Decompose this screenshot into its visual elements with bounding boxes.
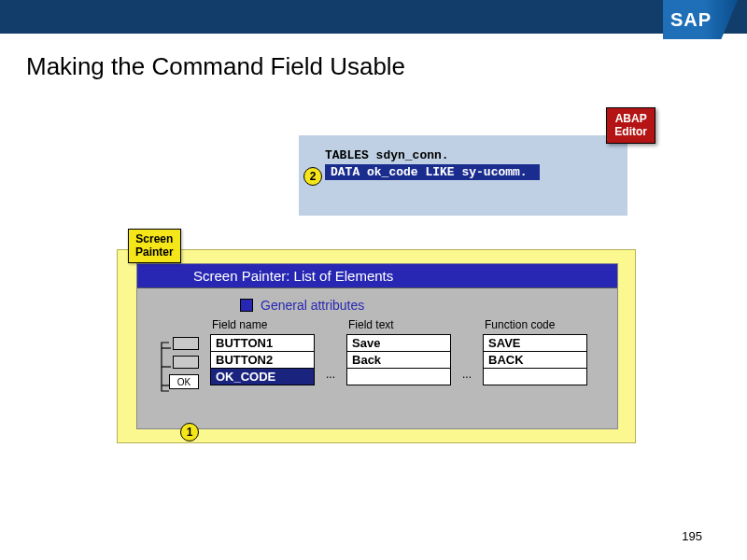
- element-list-columns: OK Field name BUTTON1 BUTTON2 OK_CODE ..…: [156, 318, 617, 385]
- row-marker-column: OK: [156, 335, 201, 385]
- general-attributes-icon: [240, 299, 253, 312]
- function-code-cell[interactable]: [483, 368, 587, 385]
- field-text-column: Field text Save Back: [346, 318, 451, 385]
- ellipsis: ...: [326, 368, 335, 381]
- field-name-header: Field name: [210, 318, 315, 331]
- sap-logo: SAP: [663, 0, 738, 39]
- abap-code-box: TABLES sdyn_conn. DATA ok_code LIKE sy-u…: [299, 135, 627, 216]
- field-text-cell[interactable]: Back: [346, 351, 451, 369]
- field-name-cell[interactable]: BUTTON2: [210, 351, 315, 369]
- row-button-1[interactable]: [173, 337, 199, 350]
- screen-painter-window: Screen Painter: List of Elements General…: [136, 263, 618, 429]
- field-name-cell[interactable]: BUTTON1: [210, 334, 315, 352]
- row-button-2[interactable]: [173, 356, 199, 369]
- sp-label-line1: Screen: [135, 232, 173, 245]
- function-code-cell[interactable]: BACK: [483, 351, 587, 369]
- screen-painter-label: Screen Painter: [128, 229, 181, 263]
- step-badge-2: 2: [303, 167, 322, 186]
- abap-label-line1: ABAP: [615, 112, 647, 125]
- page-number: 195: [682, 529, 702, 543]
- field-name-column: Field name BUTTON1 BUTTON2 OK_CODE: [210, 318, 315, 385]
- general-attributes-row: General attributes: [240, 298, 617, 313]
- abap-label-line2: Editor: [614, 125, 647, 138]
- function-code-cell[interactable]: SAVE: [483, 334, 587, 352]
- general-attributes-text: General attributes: [261, 298, 364, 313]
- screen-painter-panel: Screen Painter: List of Elements General…: [117, 249, 636, 443]
- field-name-cell-selected[interactable]: OK_CODE: [210, 368, 315, 385]
- sp-label-line2: Painter: [135, 245, 174, 259]
- slide-title: Making the Command Field Usable: [26, 52, 747, 81]
- code-line-1: TABLES sdyn_conn.: [325, 148, 616, 162]
- field-text-cell[interactable]: [346, 368, 451, 385]
- function-code-column: Function code SAVE BACK: [483, 318, 587, 385]
- code-line-2: DATA ok_code LIKE sy-ucomm.: [325, 164, 540, 180]
- field-text-cell[interactable]: Save: [346, 334, 451, 352]
- field-text-header: Field text: [346, 318, 451, 331]
- ellipsis: ...: [462, 368, 472, 381]
- header-bar: SAP: [0, 0, 747, 34]
- function-code-header: Function code: [483, 318, 587, 331]
- abap-editor-label: ABAP Editor: [606, 107, 655, 144]
- ok-marker: OK: [169, 374, 199, 389]
- slide-content: ABAP Editor TABLES sdyn_conn. DATA ok_co…: [0, 81, 747, 529]
- screen-painter-titlebar: Screen Painter: List of Elements: [137, 264, 617, 288]
- step-badge-1: 1: [180, 423, 199, 441]
